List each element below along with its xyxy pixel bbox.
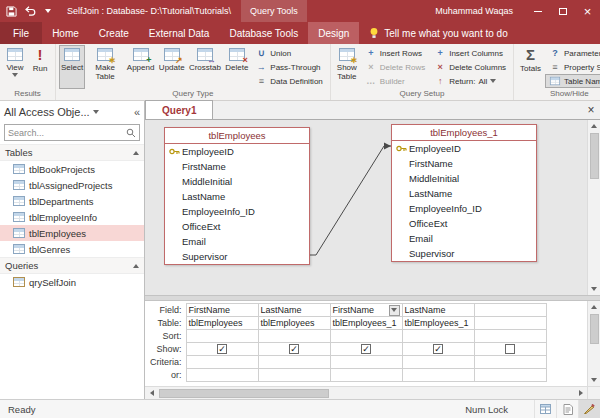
tab-home[interactable]: Home xyxy=(42,22,89,44)
field-item[interactable]: LastName xyxy=(165,189,309,204)
document-tab-query1[interactable]: Query1 xyxy=(145,100,213,119)
scroll-up-arrow[interactable] xyxy=(588,120,600,132)
grid-field-cell[interactable]: LastName xyxy=(258,304,330,317)
table-names-button[interactable]: Table Names xyxy=(545,74,600,88)
grid-sort-cell[interactable] xyxy=(258,330,330,343)
totals-button[interactable]: Σ Totals xyxy=(517,45,544,89)
grid-show-cell[interactable]: ✓ xyxy=(402,343,474,356)
search-input[interactable] xyxy=(8,128,124,138)
field-item[interactable]: EmployeeInfo_ID xyxy=(392,201,536,216)
scroll-down-arrow[interactable] xyxy=(588,374,600,386)
close-button[interactable]: × xyxy=(575,0,600,22)
grid-sort-cell[interactable] xyxy=(474,330,546,343)
builder-button[interactable]: … Builder xyxy=(361,74,429,88)
field-list-tblEmployees[interactable]: tblEmployees EmployeeID FirstName Middle… xyxy=(164,127,310,265)
grid-criteria-cell[interactable] xyxy=(186,356,258,369)
crosstab-button[interactable]: ↔ Crosstab xyxy=(187,45,222,89)
grid-sort-cell[interactable] xyxy=(330,330,402,343)
datasheet-view-button[interactable] xyxy=(534,400,556,418)
scroll-up-arrow[interactable] xyxy=(588,301,600,313)
view-button[interactable]: View xyxy=(3,45,27,89)
show-checkbox[interactable]: ✓ xyxy=(433,344,443,354)
nav-search-box[interactable] xyxy=(4,124,140,141)
grid-field-cell-active[interactable]: FirstName xyxy=(330,304,402,317)
minimize-button[interactable] xyxy=(525,0,550,22)
design-vertical-scrollbar[interactable] xyxy=(587,120,600,295)
append-button[interactable]: + Append xyxy=(125,45,156,89)
field-item[interactable]: FirstName xyxy=(392,156,536,171)
shutter-bar-close-icon[interactable]: « xyxy=(134,106,140,118)
grid-or-cell[interactable] xyxy=(186,369,258,382)
design-view-button[interactable] xyxy=(578,400,600,418)
show-table-button[interactable]: ∗ Show Table xyxy=(334,45,360,89)
select-query-button[interactable]: Select xyxy=(59,45,85,89)
scrollbar-thumb[interactable] xyxy=(590,314,599,344)
field-item[interactable]: MiddleInitial xyxy=(392,171,536,186)
field-item[interactable]: FirstName xyxy=(165,159,309,174)
nav-item-tblAssignedProjects[interactable]: tblAssignedProjects xyxy=(0,177,144,193)
field-item[interactable]: OfficeExt xyxy=(392,216,536,231)
grid-show-cell[interactable]: ✓ xyxy=(330,343,402,356)
field-list-tblEmployees_1[interactable]: tblEmployees_1 EmployeeID FirstName Midd… xyxy=(391,124,537,262)
show-checkbox[interactable]: ✓ xyxy=(361,344,371,354)
tab-external-data[interactable]: External Data xyxy=(139,22,220,44)
nav-item-tblEmployees[interactable]: tblEmployees xyxy=(0,225,144,241)
update-button[interactable]: ↗ Update xyxy=(157,45,186,89)
account-name[interactable]: Muhammad Waqas xyxy=(435,6,513,16)
grid-table-cell[interactable]: tblEmployees_1 xyxy=(402,317,474,330)
nav-section-queries[interactable]: Queries xyxy=(0,257,144,274)
field-item[interactable]: EmployeeInfo_ID xyxy=(165,204,309,219)
grid-field-cell[interactable] xyxy=(474,304,546,317)
nav-item-tblBookProjects[interactable]: tblBookProjects xyxy=(0,161,144,177)
property-sheet-button[interactable]: ≡ Property Sheet xyxy=(545,60,600,74)
parameters-button[interactable]: ? Parameters xyxy=(545,46,600,60)
grid-criteria-cell[interactable] xyxy=(330,356,402,369)
grid-or-cell[interactable] xyxy=(330,369,402,382)
grid-or-cell[interactable] xyxy=(474,369,546,382)
show-checkbox[interactable]: ✓ xyxy=(217,344,227,354)
tab-file[interactable]: File xyxy=(0,22,42,44)
sql-view-button[interactable] xyxy=(556,400,578,418)
show-checkbox[interactable] xyxy=(505,344,515,354)
save-button[interactable] xyxy=(3,2,20,20)
nav-item-tblGenres[interactable]: tblGenres xyxy=(0,241,144,257)
grid-table-cell[interactable] xyxy=(474,317,546,330)
union-button[interactable]: ∪ Union xyxy=(251,46,326,60)
insert-rows-button[interactable]: + Insert Rows xyxy=(361,46,429,60)
field-dropdown-button[interactable] xyxy=(389,305,400,316)
field-list-title[interactable]: tblEmployees_1 xyxy=(392,125,536,141)
field-item[interactable]: LastName xyxy=(392,186,536,201)
query-design-surface[interactable]: tblEmployees EmployeeID FirstName Middle… xyxy=(145,120,600,295)
scroll-left-arrow[interactable] xyxy=(145,387,158,400)
document-close-button[interactable]: × xyxy=(582,100,600,119)
maximize-button[interactable] xyxy=(550,0,575,22)
undo-button[interactable] xyxy=(21,2,38,20)
delete-rows-button[interactable]: × Delete Rows xyxy=(361,60,429,74)
grid-criteria-cell[interactable] xyxy=(402,356,474,369)
field-list-title[interactable]: tblEmployees xyxy=(165,128,309,144)
nav-item-qrySelfJoin[interactable]: qrySelfJoin xyxy=(0,274,144,290)
return-dropdown[interactable]: ↑ Return: All xyxy=(430,74,510,88)
show-checkbox[interactable]: ✓ xyxy=(289,344,299,354)
field-item[interactable]: MiddleInitial xyxy=(165,174,309,189)
grid-horizontal-scrollbar[interactable] xyxy=(145,386,587,399)
scroll-down-arrow[interactable] xyxy=(588,283,600,295)
scrollbar-thumb[interactable] xyxy=(590,133,599,179)
grid-sort-cell[interactable] xyxy=(186,330,258,343)
grid-table-cell[interactable]: tblEmployees_1 xyxy=(330,317,402,330)
grid-vertical-scrollbar[interactable] xyxy=(587,301,600,386)
nav-section-tables[interactable]: Tables xyxy=(0,144,144,161)
grid-table-cell[interactable]: tblEmployees xyxy=(186,317,258,330)
grid-show-cell[interactable]: ✓ xyxy=(258,343,330,356)
grid-criteria-cell[interactable] xyxy=(258,356,330,369)
scroll-right-arrow[interactable] xyxy=(574,387,587,400)
grid-or-cell[interactable] xyxy=(402,369,474,382)
insert-columns-button[interactable]: + Insert Columns xyxy=(430,46,510,60)
grid-or-cell[interactable] xyxy=(258,369,330,382)
grid-show-cell[interactable] xyxy=(474,343,546,356)
field-item[interactable]: EmployeeID xyxy=(165,144,309,159)
nav-item-tblDepartments[interactable]: tblDepartments xyxy=(0,193,144,209)
tell-me-box[interactable]: Tell me what you want to do xyxy=(369,22,507,44)
scrollbar-thumb[interactable] xyxy=(159,389,329,398)
field-item[interactable]: Email xyxy=(165,234,309,249)
